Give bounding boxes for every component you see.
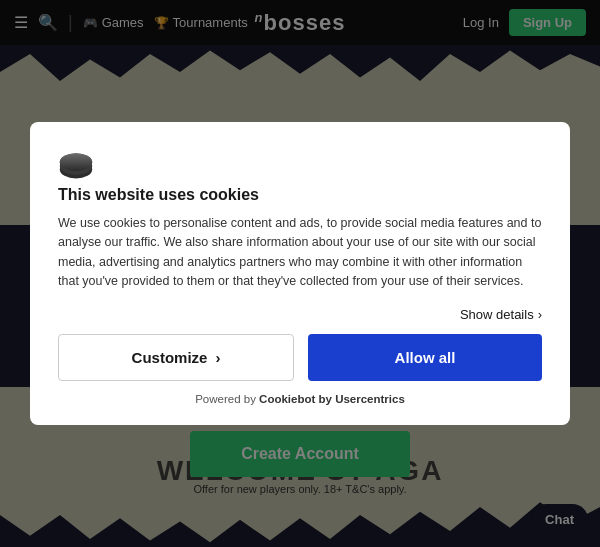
chevron-right-icon: › <box>538 307 542 322</box>
allow-all-button[interactable]: Allow all <box>308 334 542 381</box>
cookiebot-logo <box>58 146 542 186</box>
customize-label: Customize <box>132 349 208 366</box>
cookie-body: We use cookies to personalise content an… <box>58 214 542 292</box>
cookie-actions-top: Show details › <box>58 307 542 322</box>
svg-point-3 <box>60 153 92 171</box>
show-details-link[interactable]: Show details › <box>460 307 542 322</box>
cookie-modal: This website uses cookies We use cookies… <box>30 122 570 426</box>
cookiebot-link[interactable]: Cookiebot by Usercentrics <box>259 393 405 405</box>
cookie-buttons: Customize › Allow all <box>58 334 542 381</box>
show-details-label: Show details <box>460 307 534 322</box>
cookie-footer: Powered by Cookiebot by Usercentrics <box>58 393 542 405</box>
modal-overlay: This website uses cookies We use cookies… <box>0 0 600 547</box>
customize-button[interactable]: Customize › <box>58 334 294 381</box>
cookie-title: This website uses cookies <box>58 186 542 204</box>
footer-powered-by: Powered by <box>195 393 256 405</box>
customize-arrow-icon: › <box>215 349 220 366</box>
